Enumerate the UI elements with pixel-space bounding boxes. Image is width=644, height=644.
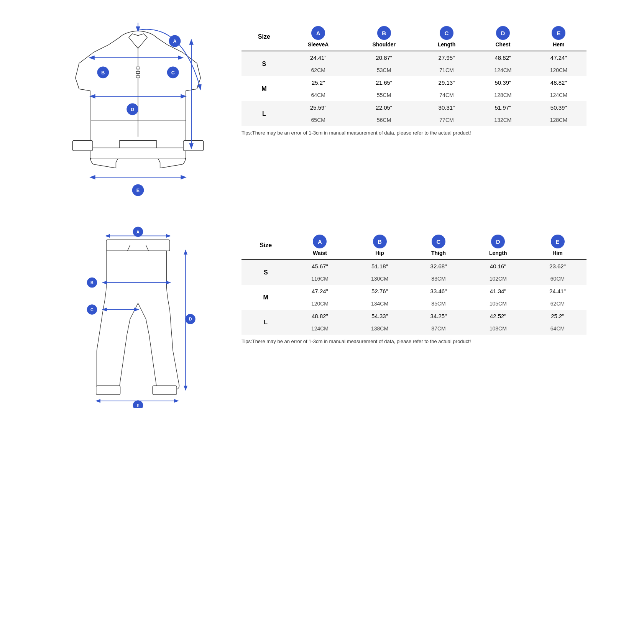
size-cell: S [242, 260, 290, 285]
sleevea-inch: 25.2" [287, 76, 350, 89]
length-cm: 105CM [468, 297, 529, 310]
jacket-size-col-header: Size [242, 23, 287, 51]
svg-text:B: B [90, 280, 94, 285]
him-cm: 62CM [529, 297, 586, 310]
thigh-cm: 83CM [410, 273, 468, 285]
chest-cm: 128CM [475, 89, 531, 101]
hip-cm: 130CM [350, 273, 410, 285]
thigh-cm: 85CM [410, 297, 468, 310]
chest-inch: 50.39" [475, 76, 531, 89]
hip-inch: 52.76" [350, 285, 410, 297]
sleevea-cm: 62CM [287, 64, 350, 76]
table-row: 120CM 134CM 85CM 105CM 62CM [242, 297, 586, 310]
svg-rect-5 [90, 148, 186, 159]
svg-rect-1 [136, 67, 140, 69]
him-cm: 64CM [529, 322, 586, 335]
svg-text:C: C [171, 70, 175, 76]
pants-col-b: B Hip [350, 232, 410, 260]
length-inch: 30.31" [418, 101, 475, 114]
size-cell: S [242, 51, 287, 76]
chest-inch: 48.82" [475, 51, 531, 64]
svg-text:A: A [136, 230, 140, 234]
hip-cm: 134CM [350, 297, 410, 310]
svg-rect-26 [96, 386, 120, 394]
him-inch: 23.62" [529, 260, 586, 273]
chest-cm: 124CM [475, 64, 531, 76]
thigh-inch: 33.46" [410, 285, 468, 297]
length-inch: 40.16" [468, 260, 529, 273]
shoulder-inch: 20.87" [350, 51, 418, 64]
hem-inch: 47.24" [531, 51, 586, 64]
sleevea-inch: 24.41" [287, 51, 350, 64]
jacket-col-c: C Length [418, 23, 475, 51]
waist-cm: 120CM [290, 297, 350, 310]
svg-text:D: D [189, 317, 192, 321]
hip-inch: 54.33" [350, 310, 410, 322]
jacket-section: A B C D E [23, 15, 621, 201]
pants-diagram: A B C D E [58, 224, 219, 409]
shoulder-cm: 56CM [350, 114, 418, 126]
table-row: S 45.67" 51.18" 32.68" 40.16" 23.62" [242, 260, 586, 273]
jacket-tips: Tips:There may be an error of 1-3cm in m… [242, 130, 586, 136]
length-cm: 102CM [468, 273, 529, 285]
jacket-size-table: Size A SleeveA B Shoulder C Length [242, 23, 586, 126]
table-row: 62CM 53CM 71CM 124CM 120CM [242, 64, 586, 76]
waist-cm: 124CM [290, 322, 350, 335]
hem-inch: 48.82" [531, 76, 586, 89]
hem-inch: 50.39" [531, 101, 586, 114]
svg-rect-2 [136, 71, 140, 74]
him-inch: 25.2" [529, 310, 586, 322]
pants-section: A B C D E [23, 224, 621, 409]
waist-inch: 48.82" [290, 310, 350, 322]
table-row: L 25.59" 22.05" 30.31" 51.97" 50.39" [242, 101, 586, 114]
svg-rect-27 [153, 386, 177, 394]
pants-col-a: A Waist [290, 232, 350, 260]
svg-rect-6 [72, 140, 93, 151]
jacket-col-e: E Hem [531, 23, 586, 51]
svg-text:A: A [173, 39, 176, 44]
length-inch: 42.52" [468, 310, 529, 322]
shoulder-cm: 55CM [350, 89, 418, 101]
sleevea-inch: 25.59" [287, 101, 350, 114]
pants-table-area: Size A Waist B Hip C Thigh D [242, 224, 586, 344]
sleevea-cm: 65CM [287, 114, 350, 126]
svg-text:B: B [101, 70, 105, 76]
size-cell: M [242, 76, 287, 101]
svg-rect-3 [136, 76, 140, 78]
hem-cm: 124CM [531, 89, 586, 101]
svg-rect-23 [106, 240, 170, 251]
pants-col-d: D Length [468, 232, 529, 260]
him-cm: 60CM [529, 273, 586, 285]
svg-rect-7 [183, 140, 204, 151]
shoulder-inch: 21.65" [350, 76, 418, 89]
size-cell: L [242, 310, 290, 335]
table-row: 65CM 56CM 77CM 132CM 128CM [242, 114, 586, 126]
svg-text:E: E [136, 403, 139, 408]
length-cm: 77CM [418, 114, 475, 126]
length-inch: 41.34" [468, 285, 529, 297]
length-cm: 108CM [468, 322, 529, 335]
thigh-cm: 87CM [410, 322, 468, 335]
length-cm: 74CM [418, 89, 475, 101]
shoulder-inch: 22.05" [350, 101, 418, 114]
thigh-inch: 32.68" [410, 260, 468, 273]
table-row: 116CM 130CM 83CM 102CM 60CM [242, 273, 586, 285]
hem-cm: 128CM [531, 114, 586, 126]
chest-inch: 51.97" [475, 101, 531, 114]
table-row: 64CM 55CM 74CM 128CM 124CM [242, 89, 586, 101]
chest-cm: 132CM [475, 114, 531, 126]
jacket-table-area: Size A SleeveA B Shoulder C Length [242, 15, 586, 136]
shoulder-cm: 53CM [350, 64, 418, 76]
jacket-col-a: A SleeveA [287, 23, 350, 51]
jacket-col-d: D Chest [475, 23, 531, 51]
svg-text:E: E [136, 188, 140, 193]
pants-size-col-header: Size [242, 232, 290, 260]
pants-col-c: C Thigh [410, 232, 468, 260]
waist-cm: 116CM [290, 273, 350, 285]
pants-col-e: E Him [529, 232, 586, 260]
table-row: S 24.41" 20.87" 27.95" 48.82" 47.24" [242, 51, 586, 64]
sleevea-cm: 64CM [287, 89, 350, 101]
him-inch: 24.41" [529, 285, 586, 297]
svg-text:C: C [90, 307, 94, 312]
length-inch: 27.95" [418, 51, 475, 64]
